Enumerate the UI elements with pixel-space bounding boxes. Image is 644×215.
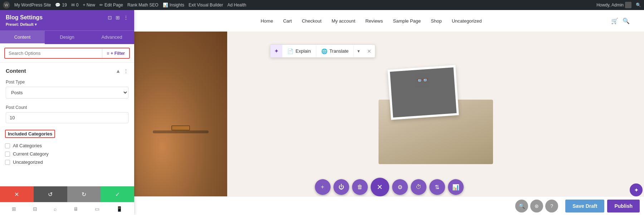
edit-icon: ✏ (99, 3, 103, 8)
new-item[interactable]: + New (83, 3, 95, 8)
message-icon: ✉ (71, 3, 75, 8)
category-uncategorized: Uncategorized (5, 158, 129, 166)
cart-nav-icon[interactable]: 🛒 (611, 18, 618, 24)
layers-icon-button[interactable]: ⊛ (530, 200, 543, 212)
post-type-select[interactable]: Posts Pages (6, 87, 128, 99)
rank-math-label: Rank Math SEO (127, 3, 158, 8)
explain-button[interactable]: 📄 Explain (282, 46, 316, 57)
columns-icon[interactable]: ⊞ (116, 15, 120, 20)
preset-arrow-icon: ▾ (35, 22, 37, 27)
search-admin-item[interactable]: 🔍 (636, 3, 641, 8)
nav-home[interactable]: Home (260, 18, 273, 24)
left-image (134, 32, 227, 196)
publish-button[interactable]: Publish (607, 200, 640, 212)
help-icon-button[interactable]: ? (545, 200, 558, 212)
howdy-item[interactable]: Howdy, Admin (596, 2, 631, 8)
nav-cart[interactable]: Cart (283, 18, 292, 24)
new-label: + New (83, 3, 95, 8)
mobile-view-icon[interactable]: 📱 (116, 206, 122, 212)
comments-item[interactable]: 💬 19 (55, 3, 67, 8)
preset-label: Preset: Default (6, 22, 34, 27)
ai-icon: ✦ (634, 187, 639, 194)
nav-shop[interactable]: Shop (431, 18, 441, 24)
save-draft-button[interactable]: Save Draft (565, 200, 604, 212)
insights-label: Insights (170, 3, 184, 8)
history-icon: ⏱ (416, 184, 421, 190)
section-icons: ▲ ⋮ (116, 68, 128, 74)
panel-title: Blog Settings (6, 14, 43, 21)
leather-texture (134, 32, 227, 196)
chart-button[interactable]: 📊 (448, 179, 464, 195)
exit-builder-item[interactable]: Exit Visual Builder (189, 3, 223, 8)
edit-page-item[interactable]: ✏ Edit Page (99, 3, 123, 8)
grid-view-icon[interactable]: ⊞ (12, 206, 16, 212)
history-button[interactable]: ⏱ (411, 179, 426, 195)
search-view-icon[interactable]: ⌕ (54, 206, 57, 212)
undo-icon: ↺ (48, 191, 53, 198)
nav-sample-page[interactable]: Sample Page (393, 18, 421, 24)
close-element-button[interactable]: ✕ (371, 178, 389, 196)
settings-button[interactable]: ⚙ (392, 179, 408, 195)
translate-label: Translate (330, 48, 349, 54)
nav-reviews[interactable]: Reviews (365, 18, 383, 24)
ad-health-item[interactable]: Ad Health (227, 3, 246, 8)
adjust-button[interactable]: ⇅ (429, 179, 445, 195)
search-admin-icon: 🔍 (636, 3, 641, 8)
delete-button[interactable]: 🗑 (352, 179, 368, 195)
filter-button[interactable]: ≡ + Filter (102, 49, 129, 58)
wp-logo-item[interactable]: W (3, 1, 10, 9)
section-more-icon[interactable]: ⋮ (123, 68, 128, 74)
float-toolbar: + ⏻ 🗑 ✕ ⚙ ⏱ ⇅ 📊 (315, 178, 464, 196)
site-name-item[interactable]: My WordPress Site (14, 3, 51, 8)
right-side-icons-group: 🔍 ⊛ ? (515, 200, 558, 212)
insights-item[interactable]: 📊 Insights (163, 3, 184, 8)
search-options-input[interactable] (5, 48, 102, 58)
ai-bubble-button[interactable]: ✦ (630, 183, 643, 196)
more-icon[interactable]: ⋮ (123, 15, 128, 20)
content-section-header: Content ▲ ⋮ (0, 63, 134, 77)
explain-label: Explain (296, 48, 311, 54)
layout-view-icon[interactable]: ⊟ (33, 206, 37, 212)
tab-design[interactable]: Design (45, 31, 89, 44)
help-icon: ? (550, 203, 553, 209)
panel-header-top: Blog Settings ⊡ ⊞ ⋮ (6, 14, 128, 21)
tab-content[interactable]: Content (0, 31, 45, 44)
included-categories-label: Included Categories (5, 130, 55, 138)
zoom-icon-button[interactable]: 🔍 (515, 200, 528, 212)
zoom-icon: 🔍 (519, 203, 525, 209)
photo-frame: 👓 (387, 65, 459, 120)
ai-logo-icon: ✦ (270, 45, 282, 57)
power-button[interactable]: ⏻ (333, 179, 349, 195)
translate-button[interactable]: 🌐 Translate (316, 46, 354, 57)
panel-tabs: Content Design Advanced (0, 30, 134, 44)
add-element-button[interactable]: + (315, 179, 331, 195)
desktop-view-icon[interactable]: 🖥 (73, 206, 78, 212)
collapse-icon[interactable]: ▲ (116, 68, 121, 74)
popup-chevron-button[interactable]: ▾ (354, 46, 364, 57)
panel-bottom-actions: ✕ ↺ ↻ ✓ (0, 186, 134, 202)
panel-header-icons: ⊡ ⊞ ⋮ (108, 15, 128, 20)
nav-my-account[interactable]: My account (332, 18, 355, 24)
search-nav-icon[interactable]: 🔍 (623, 18, 630, 24)
rank-math-item[interactable]: Rank Math SEO (127, 3, 158, 8)
post-count-input[interactable] (6, 112, 128, 123)
category-current-checkbox[interactable] (5, 152, 10, 157)
tablet-view-icon[interactable]: ▭ (95, 206, 99, 212)
confirm-button[interactable]: ✓ (101, 186, 134, 202)
messages-item[interactable]: ✉ 0 (71, 3, 79, 8)
admin-bar-right: Howdy, Admin 🔍 (596, 2, 641, 8)
expand-icon[interactable]: ⊡ (108, 15, 112, 20)
category-all: All Categories (5, 142, 129, 150)
category-uncategorized-checkbox[interactable] (5, 160, 10, 165)
popup-close-button[interactable]: ✕ (364, 46, 375, 57)
tab-advanced[interactable]: Advanced (89, 31, 134, 44)
nav-checkout[interactable]: Checkout (302, 18, 322, 24)
explain-translate-popup: ✦ 📄 Explain 🌐 Translate ▾ ✕ (270, 44, 375, 58)
cancel-button[interactable]: ✕ (0, 186, 34, 202)
nav-uncategorized[interactable]: Uncategorized (452, 18, 482, 24)
undo-button[interactable]: ↺ (34, 186, 67, 202)
delete-icon: 🗑 (357, 184, 363, 190)
redo-button[interactable]: ↻ (67, 186, 101, 202)
wp-logo-icon: W (3, 1, 10, 9)
category-all-checkbox[interactable] (5, 143, 10, 148)
